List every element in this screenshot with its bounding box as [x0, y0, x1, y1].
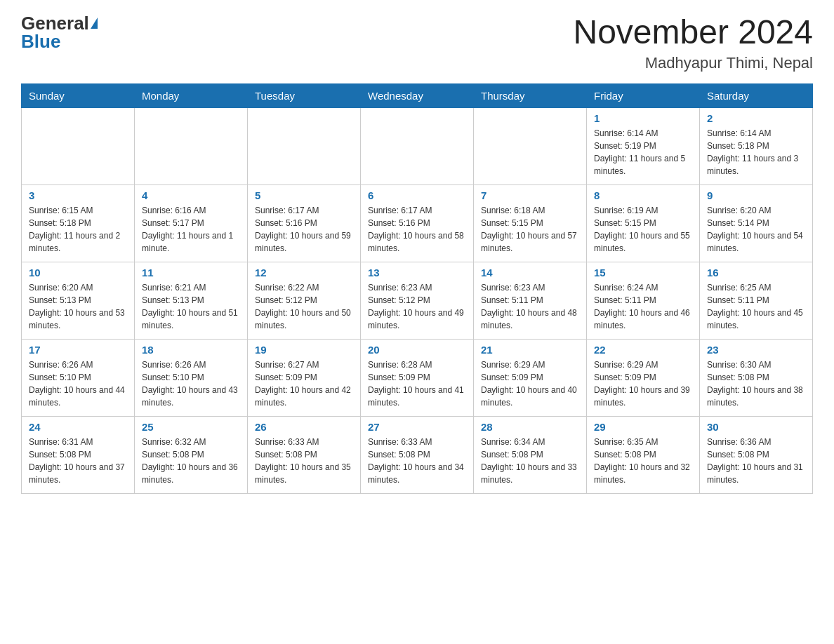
- day-number: 3: [29, 189, 127, 201]
- day-number: 4: [142, 189, 240, 201]
- weekday-header-row: SundayMondayTuesdayWednesdayThursdayFrid…: [22, 83, 813, 107]
- calendar-table: SundayMondayTuesdayWednesdayThursdayFrid…: [21, 83, 813, 494]
- day-info: Sunrise: 6:20 AMSunset: 5:14 PMDaylight:…: [707, 204, 805, 255]
- calendar-week-row: 1Sunrise: 6:14 AMSunset: 5:19 PMDaylight…: [22, 107, 813, 185]
- calendar-week-row: 24Sunrise: 6:31 AMSunset: 5:08 PMDayligh…: [22, 416, 813, 493]
- calendar-cell: 6Sunrise: 6:17 AMSunset: 5:16 PMDaylight…: [361, 185, 474, 262]
- day-number: 16: [707, 267, 805, 279]
- day-info: Sunrise: 6:24 AMSunset: 5:11 PMDaylight:…: [594, 281, 692, 332]
- day-number: 27: [368, 421, 466, 433]
- location-subtitle: Madhyapur Thimi, Nepal: [573, 54, 813, 72]
- weekday-header-tuesday: Tuesday: [248, 83, 361, 107]
- title-block: November 2024 Madhyapur Thimi, Nepal: [573, 14, 813, 72]
- day-info: Sunrise: 6:35 AMSunset: 5:08 PMDaylight:…: [594, 436, 692, 486]
- day-number: 6: [368, 189, 466, 201]
- day-info: Sunrise: 6:29 AMSunset: 5:09 PMDaylight:…: [594, 358, 692, 409]
- calendar-cell: 3Sunrise: 6:15 AMSunset: 5:18 PMDaylight…: [22, 185, 135, 262]
- calendar-cell: 21Sunrise: 6:29 AMSunset: 5:09 PMDayligh…: [474, 339, 587, 416]
- calendar-cell: [135, 107, 248, 185]
- day-info: Sunrise: 6:23 AMSunset: 5:12 PMDaylight:…: [368, 281, 466, 332]
- day-number: 7: [481, 189, 579, 201]
- calendar-cell: 13Sunrise: 6:23 AMSunset: 5:12 PMDayligh…: [361, 262, 474, 339]
- day-info: Sunrise: 6:34 AMSunset: 5:08 PMDaylight:…: [481, 436, 579, 486]
- calendar-week-row: 10Sunrise: 6:20 AMSunset: 5:13 PMDayligh…: [22, 262, 813, 339]
- calendar-cell: 25Sunrise: 6:32 AMSunset: 5:08 PMDayligh…: [135, 416, 248, 493]
- day-number: 2: [707, 112, 805, 124]
- day-info: Sunrise: 6:28 AMSunset: 5:09 PMDaylight:…: [368, 358, 466, 409]
- day-info: Sunrise: 6:27 AMSunset: 5:09 PMDaylight:…: [255, 358, 353, 409]
- day-info: Sunrise: 6:36 AMSunset: 5:08 PMDaylight:…: [707, 436, 805, 486]
- calendar-cell: 19Sunrise: 6:27 AMSunset: 5:09 PMDayligh…: [248, 339, 361, 416]
- day-number: 14: [481, 267, 579, 279]
- calendar-cell: 10Sunrise: 6:20 AMSunset: 5:13 PMDayligh…: [22, 262, 135, 339]
- calendar-cell: 16Sunrise: 6:25 AMSunset: 5:11 PMDayligh…: [700, 262, 813, 339]
- day-info: Sunrise: 6:18 AMSunset: 5:15 PMDaylight:…: [481, 204, 579, 255]
- day-info: Sunrise: 6:26 AMSunset: 5:10 PMDaylight:…: [29, 358, 127, 409]
- day-info: Sunrise: 6:15 AMSunset: 5:18 PMDaylight:…: [29, 204, 127, 255]
- logo-triangle-icon: [91, 18, 98, 29]
- day-info: Sunrise: 6:29 AMSunset: 5:09 PMDaylight:…: [481, 358, 579, 409]
- day-info: Sunrise: 6:21 AMSunset: 5:13 PMDaylight:…: [142, 281, 240, 332]
- day-number: 9: [707, 189, 805, 201]
- day-info: Sunrise: 6:25 AMSunset: 5:11 PMDaylight:…: [707, 281, 805, 332]
- logo-blue-text: Blue: [21, 32, 60, 51]
- calendar-cell: 28Sunrise: 6:34 AMSunset: 5:08 PMDayligh…: [474, 416, 587, 493]
- weekday-header-monday: Monday: [135, 83, 248, 107]
- calendar-cell: 2Sunrise: 6:14 AMSunset: 5:18 PMDaylight…: [700, 107, 813, 185]
- day-number: 12: [255, 267, 353, 279]
- calendar-cell: 29Sunrise: 6:35 AMSunset: 5:08 PMDayligh…: [587, 416, 700, 493]
- calendar-cell: [22, 107, 135, 185]
- weekday-header-sunday: Sunday: [22, 83, 135, 107]
- day-info: Sunrise: 6:14 AMSunset: 5:18 PMDaylight:…: [707, 127, 805, 177]
- calendar-cell: 5Sunrise: 6:17 AMSunset: 5:16 PMDaylight…: [248, 185, 361, 262]
- day-info: Sunrise: 6:16 AMSunset: 5:17 PMDaylight:…: [142, 204, 240, 255]
- day-info: Sunrise: 6:33 AMSunset: 5:08 PMDaylight:…: [255, 436, 353, 486]
- calendar-cell: [361, 107, 474, 185]
- month-year-title: November 2024: [573, 14, 813, 51]
- calendar-cell: [474, 107, 587, 185]
- day-info: Sunrise: 6:26 AMSunset: 5:10 PMDaylight:…: [142, 358, 240, 409]
- day-number: 1: [594, 112, 692, 124]
- logo: General Blue: [21, 14, 98, 51]
- day-number: 18: [142, 344, 240, 356]
- calendar-cell: 12Sunrise: 6:22 AMSunset: 5:12 PMDayligh…: [248, 262, 361, 339]
- weekday-header-thursday: Thursday: [474, 83, 587, 107]
- calendar-cell: 27Sunrise: 6:33 AMSunset: 5:08 PMDayligh…: [361, 416, 474, 493]
- calendar-cell: 15Sunrise: 6:24 AMSunset: 5:11 PMDayligh…: [587, 262, 700, 339]
- day-number: 13: [368, 267, 466, 279]
- weekday-header-saturday: Saturday: [700, 83, 813, 107]
- weekday-header-wednesday: Wednesday: [361, 83, 474, 107]
- day-number: 5: [255, 189, 353, 201]
- calendar-cell: 1Sunrise: 6:14 AMSunset: 5:19 PMDaylight…: [587, 107, 700, 185]
- calendar-week-row: 3Sunrise: 6:15 AMSunset: 5:18 PMDaylight…: [22, 185, 813, 262]
- calendar-cell: [248, 107, 361, 185]
- calendar-cell: 4Sunrise: 6:16 AMSunset: 5:17 PMDaylight…: [135, 185, 248, 262]
- calendar-cell: 24Sunrise: 6:31 AMSunset: 5:08 PMDayligh…: [22, 416, 135, 493]
- calendar-cell: 20Sunrise: 6:28 AMSunset: 5:09 PMDayligh…: [361, 339, 474, 416]
- day-number: 17: [29, 344, 127, 356]
- day-number: 25: [142, 421, 240, 433]
- day-info: Sunrise: 6:33 AMSunset: 5:08 PMDaylight:…: [368, 436, 466, 486]
- calendar-cell: 7Sunrise: 6:18 AMSunset: 5:15 PMDaylight…: [474, 185, 587, 262]
- day-number: 11: [142, 267, 240, 279]
- day-number: 28: [481, 421, 579, 433]
- day-info: Sunrise: 6:20 AMSunset: 5:13 PMDaylight:…: [29, 281, 127, 332]
- day-info: Sunrise: 6:14 AMSunset: 5:19 PMDaylight:…: [594, 127, 692, 177]
- calendar-cell: 30Sunrise: 6:36 AMSunset: 5:08 PMDayligh…: [700, 416, 813, 493]
- calendar-cell: 26Sunrise: 6:33 AMSunset: 5:08 PMDayligh…: [248, 416, 361, 493]
- day-info: Sunrise: 6:19 AMSunset: 5:15 PMDaylight:…: [594, 204, 692, 255]
- weekday-header-friday: Friday: [587, 83, 700, 107]
- calendar-cell: 8Sunrise: 6:19 AMSunset: 5:15 PMDaylight…: [587, 185, 700, 262]
- day-info: Sunrise: 6:30 AMSunset: 5:08 PMDaylight:…: [707, 358, 805, 409]
- day-info: Sunrise: 6:32 AMSunset: 5:08 PMDaylight:…: [142, 436, 240, 486]
- day-number: 15: [594, 267, 692, 279]
- page-header: General Blue November 2024 Madhyapur Thi…: [21, 14, 813, 72]
- day-number: 22: [594, 344, 692, 356]
- day-number: 23: [707, 344, 805, 356]
- day-info: Sunrise: 6:22 AMSunset: 5:12 PMDaylight:…: [255, 281, 353, 332]
- day-number: 24: [29, 421, 127, 433]
- day-number: 8: [594, 189, 692, 201]
- day-info: Sunrise: 6:23 AMSunset: 5:11 PMDaylight:…: [481, 281, 579, 332]
- day-number: 30: [707, 421, 805, 433]
- calendar-cell: 23Sunrise: 6:30 AMSunset: 5:08 PMDayligh…: [700, 339, 813, 416]
